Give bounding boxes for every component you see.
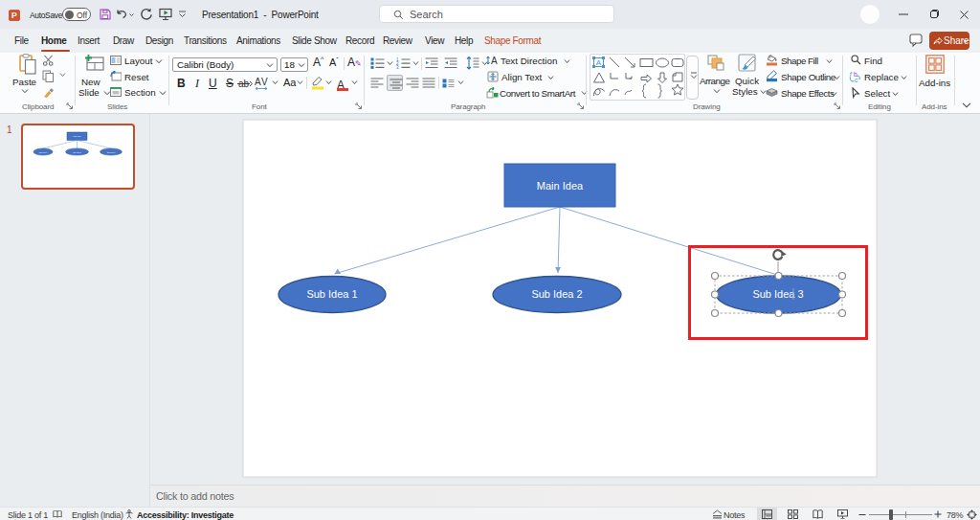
- svg-text:Main Idea: Main Idea: [537, 180, 584, 192]
- svg-text:Sub Idea 2: Sub Idea 2: [531, 288, 582, 300]
- svg-text:Sub Idea 1: Sub Idea 1: [306, 288, 357, 300]
- svg-text:Sub Idea 3: Sub Idea 3: [752, 288, 803, 300]
